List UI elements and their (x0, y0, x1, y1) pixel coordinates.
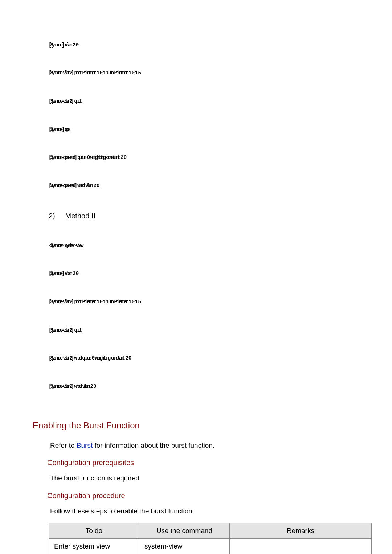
burst-proc-text: Follow these steps to enable the burst f… (50, 506, 359, 516)
code-line: [Sysname-vlan2] port Ethernet 1 0 1 1 to… (49, 69, 359, 78)
burst-intro-paragraph: Refer to Burst for information about the… (50, 440, 359, 451)
cell-todo: Enter system view (49, 538, 139, 554)
code-line: [Sysname] vlan 2 0 (49, 41, 359, 50)
burst-prereq-text: The burst function is required. (50, 473, 359, 483)
col-header-remarks: Remarks (229, 523, 371, 538)
col-header-todo: To do (49, 523, 139, 538)
method-2-number: 2) (49, 212, 63, 220)
code-line: <Sysname> system-view (49, 241, 359, 251)
burst-link[interactable]: Burst (77, 442, 93, 449)
code-line: [Sysname-vlan2] wred queue 0 weighting-c… (49, 354, 359, 363)
method-2-text: Method II (65, 212, 95, 220)
text: Refer to (50, 442, 77, 449)
page-content: [Sysname] vlan 2 0 [Sysname-vlan2] port … (0, 0, 392, 554)
heading-config-prereq: Configuration prerequisites (47, 459, 359, 467)
cell-remarks (229, 538, 371, 554)
code-line: [Sysname] vlan 2 0 (49, 269, 359, 279)
text: for information about the burst function… (93, 442, 215, 449)
code-line: [Sysname-vlan2] quit (49, 326, 359, 335)
code-line: [Sysname-vlan2] quit (49, 97, 359, 106)
table-header-row: To do Use the command Remarks (49, 523, 372, 538)
code-block-2: <Sysname> system-view [Sysname] vlan 2 0… (49, 222, 359, 410)
code-line: [Sysname-qoswred] wred vlan 2 0 (49, 181, 359, 191)
command-table: To do Use the command Remarks Enter syst… (49, 523, 372, 554)
code-block-1: [Sysname] vlan 2 0 [Sysname-vlan2] port … (49, 22, 359, 210)
cell-command: system-view (139, 538, 229, 554)
code-line: [Sysname-vlan2] port Ethernet 1 0 1 1 to… (49, 297, 359, 307)
table-row: Enter system view system-view (49, 538, 372, 554)
col-header-command: Use the command (139, 523, 229, 538)
heading-enabling-burst: Enabling the Burst Function (33, 420, 359, 431)
heading-config-proc: Configuration procedure (47, 492, 359, 500)
code-line: [Sysname] qos (49, 125, 359, 135)
code-line: [Sysname-vlan2] wred vlan 2 0 (49, 382, 359, 391)
code-line: [Sysname-qoswred] queue 0 weighting-cons… (49, 153, 359, 163)
method-2-label: 2) Method II (49, 212, 359, 220)
